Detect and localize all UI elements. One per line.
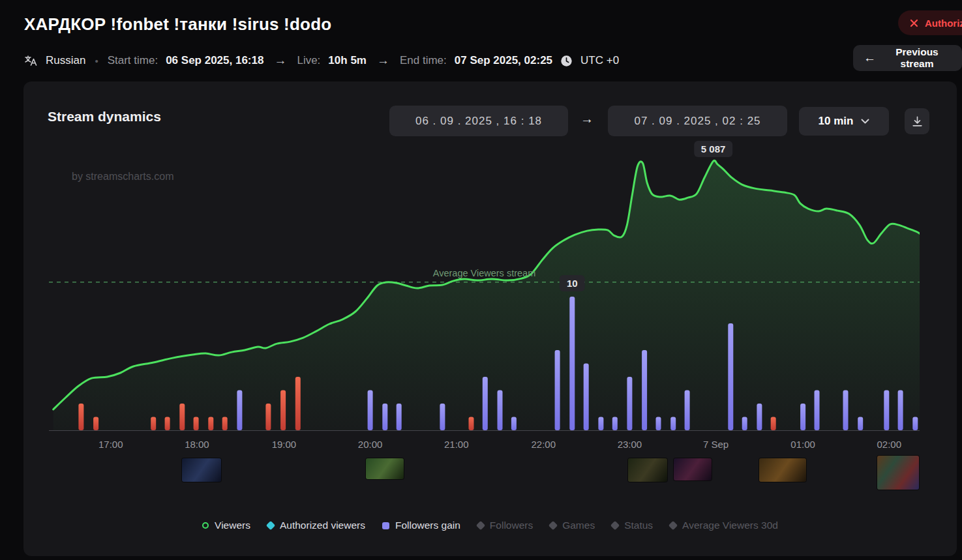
arrow-right-icon: → [274,53,286,68]
interval-value: 10 min [819,115,854,128]
start-time-label: Start time: [108,54,158,67]
download-button[interactable] [905,108,929,134]
download-icon [911,115,924,128]
date-to-input[interactable]: 07 . 09 . 2025 , 02 : 25 [608,106,787,136]
legend-item-followers[interactable]: Followers [477,520,533,531]
x-axis-tick: 02:00 [877,439,901,450]
chart-area[interactable]: Average Viewers stream 5 087 10 17:0018:… [49,147,920,512]
end-time-value: 07 Sep 2025, 02:25 [455,54,552,67]
legend-item-games[interactable]: Games [550,520,595,531]
authorized-viewers-legend-icon [266,521,275,530]
authorization-button[interactable]: Authorization [898,10,962,35]
game-thumbnail[interactable] [759,458,806,482]
previous-stream-label: Previous stream [882,46,952,70]
game-thumbnail[interactable] [182,458,221,482]
dot-separator: • [95,55,98,66]
followers-legend-icon [476,521,485,530]
previous-stream-button[interactable]: ← Previous stream [853,45,962,71]
stream-title: ХАРДКОР !fonbet !танки !sirus !dodo [24,14,331,35]
games-legend-icon [549,521,558,530]
x-axis-tick: 23:00 [618,439,642,450]
interval-dropdown[interactable]: 10 min [799,107,889,136]
live-duration: 10h 5m [328,54,367,67]
x-axis-tick: 19:00 [272,439,297,450]
game-thumbnail[interactable] [674,458,712,480]
legend-item-viewers[interactable]: Viewers [202,520,250,531]
panel-title: Stream dynamics [48,109,161,125]
chevron-down-icon [861,119,869,124]
legend-label: Viewers [215,520,250,531]
game-thumbnail[interactable] [877,456,919,490]
x-axis-tick: 20:00 [358,439,383,450]
x-axis-tick: 22:00 [531,439,556,450]
arrow-left-icon: ← [864,51,876,65]
game-thumbnail[interactable] [366,458,404,479]
legend-label: Status [624,520,653,531]
x-axis-tick: 18:00 [185,439,209,450]
authorization-label: Authorization [925,18,962,29]
legend-item-status[interactable]: Status [612,520,653,531]
end-time-label: End time: [400,54,447,67]
legend-item-followers-gain[interactable]: Followers gain [382,520,460,531]
stream-meta-row: Russian • Start time: 06 Sep 2025, 16:18… [24,52,619,69]
clock-icon [560,55,573,67]
average-line-label: Average Viewers stream [433,268,535,278]
legend-label: Followers gain [395,520,460,531]
viewers-legend-icon [202,522,209,529]
close-icon [910,19,918,27]
legend-item-average-viewers-30d[interactable]: Average Viewers 30d [670,520,778,531]
legend-label: Authorized viewers [280,520,365,531]
date-from-input[interactable]: 06 . 09 . 2025 , 16 : 18 [389,106,568,136]
legend-label: Followers [490,520,533,531]
game-thumbnail[interactable] [628,458,667,482]
stream-dynamics-panel: Stream dynamics 06 . 09 . 2025 , 16 : 18… [23,81,957,556]
followers-gain-tooltip: 10 [560,275,585,291]
arrow-right-icon: → [377,53,389,68]
average-viewers-30d-legend-icon [669,521,678,530]
language-label: Russian [46,54,85,67]
x-axis-tick: 17:00 [98,439,123,450]
status-legend-icon [610,521,620,530]
timezone-label: UTC +0 [580,54,619,67]
page: ХАРДКОР !fonbet !танки !sirus !dodo Auth… [0,0,962,560]
legend-label: Average Viewers 30d [682,520,778,531]
legend: ViewersAuthorized viewersFollowers gainF… [23,520,957,531]
x-axis-tick: 21:00 [444,439,469,450]
start-time-value: 06 Sep 2025, 16:18 [166,54,263,67]
peak-value-tooltip: 5 087 [694,141,733,157]
live-label: Live: [297,54,320,67]
language-icon [24,54,38,67]
legend-label: Games [562,520,595,531]
arrow-right-icon: → [580,111,594,126]
x-axis-tick: 7 Sep [703,439,729,450]
legend-item-authorized-viewers[interactable]: Authorized viewers [267,520,365,531]
followers-gain-legend-icon [382,522,389,529]
x-axis-tick: 01:00 [790,439,815,450]
